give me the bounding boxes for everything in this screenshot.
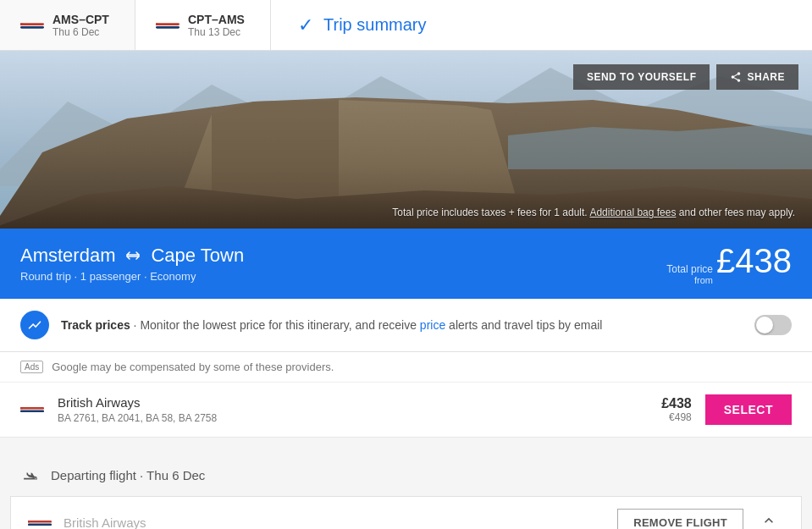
nav-date-2: Thu 13 Dec <box>188 26 245 38</box>
track-prices-icon <box>20 311 49 339</box>
svg-rect-1 <box>20 25 44 28</box>
trip-title: Amsterdam Cape Town <box>20 245 244 267</box>
trip-title-section: Amsterdam Cape Town Round trip · 1 passe… <box>20 245 244 283</box>
nav-route-outbound: AMS–CPT Thu 6 Dec <box>52 13 109 38</box>
track-tail: alerts and travel tips by email <box>449 318 602 332</box>
nav-from-1: AMS <box>52 13 79 26</box>
result-price: £438 <box>661 396 692 411</box>
svg-rect-17 <box>28 523 52 526</box>
bag-fees-link[interactable]: Additional bag fees <box>589 207 676 218</box>
section-header-departing: Departing flight · Thu 6 Dec <box>0 451 812 496</box>
trending-icon <box>27 317 42 333</box>
trip-price-from: from <box>666 275 713 285</box>
trip-price-label: Total price <box>666 263 713 275</box>
nav-route-label-outbound: AMS–CPT <box>52 13 109 26</box>
nav-to-1: CPT <box>86 13 109 26</box>
share-button[interactable]: SHARE <box>716 64 798 90</box>
svg-rect-14 <box>20 410 44 412</box>
flight-card-airline: British Airways <box>28 515 146 529</box>
trip-price-section: Total price from £438 <box>666 242 792 285</box>
flight-card: British Airways REMOVE FLIGHT 14:50 Amst… <box>10 496 802 529</box>
check-icon: ✓ <box>298 14 313 36</box>
flight-card-actions: REMOVE FLIGHT <box>617 509 784 529</box>
departing-icon <box>20 465 41 486</box>
trip-subtitle: Round trip · 1 passenger · Economy <box>20 270 244 283</box>
nav-summary-label: Trip summary <box>323 15 426 35</box>
trip-to-city: Cape Town <box>151 245 244 267</box>
ba-logo-result <box>20 404 44 416</box>
ba-logo-card <box>28 517 52 529</box>
nav-route-return: CPT–AMS Thu 13 Dec <box>188 13 245 38</box>
card-airline-name: British Airways <box>64 515 146 529</box>
nav-to-2: AMS <box>218 13 245 26</box>
hero-buttons: SEND TO YOURSELF SHARE <box>573 64 798 90</box>
share-icon <box>730 71 742 83</box>
track-body: Monitor the lowest price for this itiner… <box>140 318 417 332</box>
flight-result-left: British Airways BA 2761, BA 2041, BA 58,… <box>20 395 217 424</box>
remove-flight-button[interactable]: REMOVE FLIGHT <box>617 509 743 529</box>
ads-bar: Ads Google may be compensated by some of… <box>0 352 812 383</box>
nav-summary: ✓ Trip summary <box>271 0 812 50</box>
nav-segment-return[interactable]: CPT–AMS Thu 13 Dec <box>135 0 271 50</box>
track-strong: Track prices <box>61 318 130 332</box>
chevron-up-icon <box>760 512 777 529</box>
nav-date-1: Thu 6 Dec <box>52 26 109 38</box>
svg-rect-4 <box>156 25 180 28</box>
track-prices-toggle[interactable] <box>754 315 792 335</box>
hero-disclaimer: Total price includes taxes + fees for 1 … <box>17 207 795 218</box>
trip-from-city: Amsterdam <box>20 245 115 267</box>
ads-badge: Ads <box>20 361 43 373</box>
send-to-yourself-button[interactable]: SEND TO YOURSELF <box>573 64 710 90</box>
flight-price-section: £438 €498 SELECT <box>661 394 792 425</box>
ba-logo-return <box>156 19 180 31</box>
hero-overlay: Total price includes taxes + fees for 1 … <box>0 196 812 229</box>
flight-card-header: British Airways REMOVE FLIGHT <box>11 497 801 529</box>
nav-bar: AMS–CPT Thu 6 Dec CPT–AMS Thu 13 Dec ✓ T… <box>0 0 812 51</box>
result-airline: British Airways <box>58 395 217 410</box>
track-sep: · <box>130 318 141 332</box>
disclaimer-text: Total price includes taxes + fees for 1 … <box>392 207 587 218</box>
select-button[interactable]: SELECT <box>705 394 792 425</box>
track-price-word: price <box>420 318 445 332</box>
takeoff-icon <box>20 465 41 482</box>
trip-info-bar: Amsterdam Cape Town Round trip · 1 passe… <box>0 229 812 299</box>
ads-text: Google may be compensated by some of the… <box>52 361 334 373</box>
trip-price-amount: £438 <box>716 242 792 280</box>
share-label: SHARE <box>747 71 785 83</box>
track-prices-text: Track prices · Monitor the lowest price … <box>61 318 602 332</box>
hero-image: SEND TO YOURSELF SHARE Total price inclu… <box>0 51 812 229</box>
svg-marker-12 <box>508 125 812 169</box>
collapse-button[interactable] <box>754 509 784 529</box>
track-prices-bar: Track prices · Monitor the lowest price … <box>0 299 812 352</box>
flight-result-row: British Airways BA 2761, BA 2041, BA 58,… <box>0 383 812 438</box>
flight-result-info: British Airways BA 2761, BA 2041, BA 58,… <box>58 395 217 424</box>
flight-price: £438 €498 <box>661 396 692 423</box>
nav-segment-outbound[interactable]: AMS–CPT Thu 6 Dec <box>0 0 135 50</box>
nav-from-2: CPT <box>188 13 212 26</box>
swap-icon <box>124 250 142 262</box>
result-price-eur: €498 <box>661 411 692 423</box>
track-prices-left: Track prices · Monitor the lowest price … <box>20 311 602 339</box>
nav-route-label-return: CPT–AMS <box>188 13 245 26</box>
result-codes: BA 2761, BA 2041, BA 58, BA 2758 <box>58 412 217 424</box>
disclaimer-suffix: and other fees may apply. <box>679 207 795 218</box>
section-title-departing: Departing flight · Thu 6 Dec <box>51 468 205 482</box>
ba-logo-outbound <box>20 19 44 31</box>
